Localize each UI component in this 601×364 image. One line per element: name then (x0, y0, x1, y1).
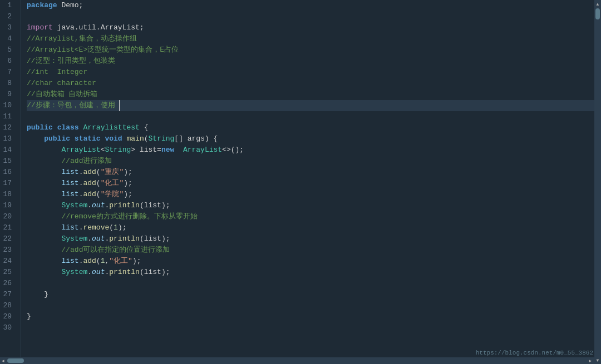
code-line-9: //自动装箱 自动拆箱 (27, 89, 601, 100)
code-line-10: //步骤：导包，创建，使用 (27, 100, 601, 111)
scroll-down-arrow[interactable]: ▼ (595, 357, 600, 363)
line-num-13: 13 (0, 133, 16, 144)
code-line-15: //add进行添加 (27, 156, 601, 167)
watermark: https://blog.csdn.net/m0_55_3862 (476, 350, 593, 356)
code-line-8: //char character (27, 78, 601, 89)
code-line-28 (27, 300, 601, 311)
line-num-9: 9 (0, 89, 16, 100)
code-line-14: ArrayList<String> list=new ArrayList<>()… (27, 144, 601, 156)
code-line-1: package Demo; (27, 0, 601, 11)
line-num-7: 7 (0, 67, 16, 78)
scroll-right-arrow[interactable]: ► (587, 358, 593, 363)
line-num-27: 27 (0, 289, 16, 300)
line-num-10: 10 (0, 100, 16, 111)
line-num-6: 6 (0, 56, 16, 67)
scroll-left-arrow[interactable]: ◄ (0, 358, 6, 363)
line-num-5: 5 (0, 44, 16, 56)
line-num-22: 22 (0, 233, 16, 245)
line-num-24: 24 (0, 256, 16, 267)
line-num-16: 16 (0, 167, 16, 178)
code-line-3: import java.util.ArrayList; (27, 22, 601, 33)
code-line-17: list.add("化工"); (27, 178, 601, 189)
code-line-16: list.add("重庆"); (27, 167, 601, 178)
code-line-26 (27, 278, 601, 289)
line-num-2: 2 (0, 11, 16, 22)
code-line-24: list.add(1,"化工"); (27, 256, 601, 267)
line-num-30: 30 (0, 322, 16, 333)
code-line-27: } (27, 289, 601, 300)
line-num-17: 17 (0, 178, 16, 189)
code-line-13: public static void main(String[] args) { (27, 133, 601, 144)
line-num-18: 18 (0, 189, 16, 200)
line-num-3: 3 (0, 22, 16, 33)
line-num-1: 1 (0, 0, 16, 11)
code-area[interactable]: package Demo; import java.util.ArrayList… (21, 0, 601, 364)
scroll-up-arrow[interactable]: ▲ (595, 1, 600, 7)
code-line-29: } (27, 311, 601, 322)
line-num-12: 12 (0, 122, 16, 133)
code-line-2 (27, 11, 601, 22)
scroll-thumb-v[interactable] (595, 8, 600, 19)
code-line-11 (27, 111, 601, 122)
line-num-4: 4 (0, 33, 16, 44)
code-line-23: //add可以在指定的位置进行添加 (27, 245, 601, 256)
line-num-28: 28 (0, 300, 16, 311)
scroll-thumb-h[interactable] (7, 358, 24, 363)
line-num-20: 20 (0, 211, 16, 222)
line-num-26: 26 (0, 278, 16, 289)
horizontal-scrollbar[interactable]: ◄ ► (0, 357, 594, 364)
code-line-12: public class Arraylisttest { (27, 122, 601, 133)
code-line-21: list.remove(1); (27, 222, 601, 233)
code-line-22: System.out.println(list); (27, 233, 601, 245)
code-line-25: System.out.println(list); (27, 267, 601, 278)
line-num-23: 23 (0, 245, 16, 256)
line-num-8: 8 (0, 78, 16, 89)
code-line-30 (27, 322, 601, 333)
line-num-15: 15 (0, 156, 16, 167)
code-line-6: //泛型：引用类型，包装类 (27, 56, 601, 67)
line-num-19: 19 (0, 200, 16, 211)
line-num-11: 11 (0, 111, 16, 122)
line-num-25: 25 (0, 267, 16, 278)
code-line-18: list.add("学院"); (27, 189, 601, 200)
code-line-7: //int Integer (27, 67, 601, 78)
code-line-4: //Arraylist,集合，动态操作组 (27, 33, 601, 44)
editor-container: 1 2 3 4 5 6 7 8 9 10 11 12 13 14 15 16 1… (0, 0, 601, 364)
code-line-5: //Arraylist<E>泛型统一类型的集合，E占位 (27, 44, 601, 56)
vertical-scrollbar[interactable]: ▲ ▼ (594, 0, 601, 364)
line-numbers: 1 2 3 4 5 6 7 8 9 10 11 12 13 14 15 16 1… (0, 0, 21, 364)
code-line-20: //remove的方式进行删除。下标从零开始 (27, 211, 601, 222)
line-num-29: 29 (0, 311, 16, 322)
code-line-19: System.out.println(list); (27, 200, 601, 211)
line-num-14: 14 (0, 144, 16, 156)
line-num-21: 21 (0, 222, 16, 233)
